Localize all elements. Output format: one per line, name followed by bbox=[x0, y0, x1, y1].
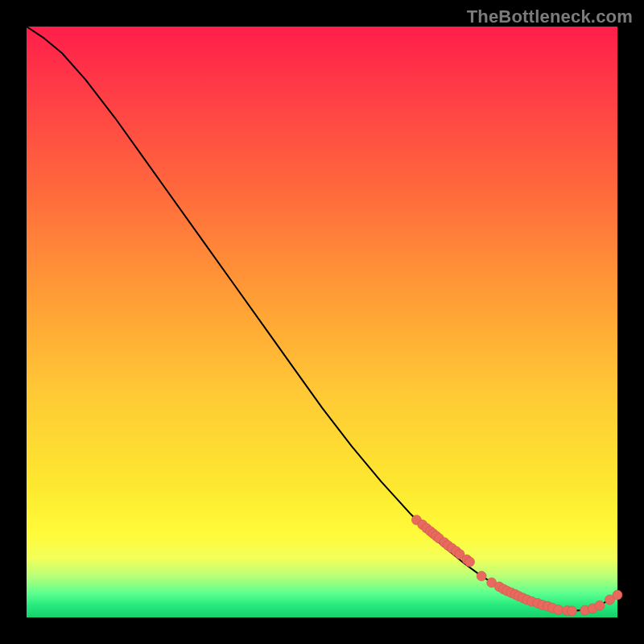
highlight-dot bbox=[567, 606, 576, 616]
highlight-dot bbox=[477, 572, 486, 581]
chart-container: TheBottleneck.com bbox=[0, 0, 644, 644]
highlight-dot bbox=[613, 590, 622, 600]
highlight-dot-group bbox=[411, 515, 622, 616]
plot-area bbox=[27, 27, 617, 617]
highlight-dot bbox=[595, 601, 605, 610]
highlight-dot bbox=[554, 605, 564, 614]
watermark-label: TheBottleneck.com bbox=[467, 6, 633, 27]
plot-svg bbox=[27, 27, 617, 617]
highlight-dot bbox=[465, 557, 475, 567]
bottleneck-curve bbox=[27, 27, 617, 611]
